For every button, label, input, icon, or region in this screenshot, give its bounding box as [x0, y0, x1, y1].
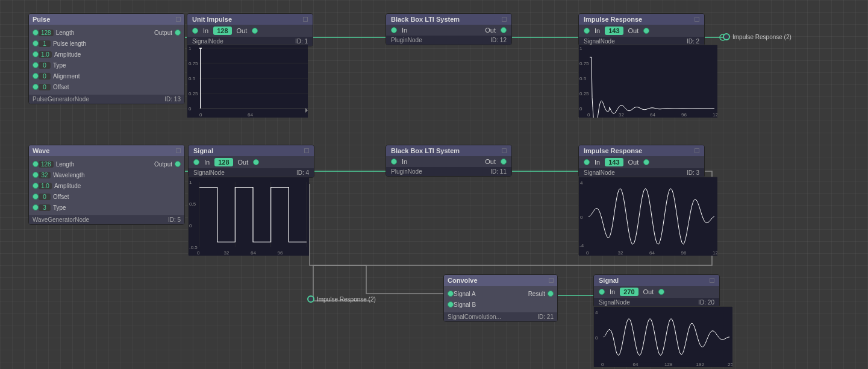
impulse-resp-2-out-label: Out: [628, 159, 639, 166]
impulse-resp-2-circle[interactable]: [723, 33, 730, 40]
wave-output-port[interactable]: [175, 161, 181, 167]
signal-4-footer: SignalNode ID: 4: [189, 168, 314, 177]
pulse-pulselength-value: 1: [39, 40, 51, 47]
pulse-gen-header: Pulse: [29, 14, 184, 25]
impulse-resp-2-header: Impulse Response: [579, 145, 704, 156]
convolve-signal-b-port[interactable]: [448, 301, 454, 308]
wave-gen-header: Wave: [29, 145, 184, 156]
impulse-resp-1-body: In 143 Out: [579, 25, 704, 37]
pulse-gen-type: PulseGeneratorNode: [33, 96, 89, 102]
unit-impulse-header: Unit Impulse: [187, 14, 313, 25]
pulse-type-port[interactable]: [33, 62, 39, 68]
impulse-resp-1-plot: [578, 45, 717, 117]
signal-4-title: Signal: [193, 147, 213, 154]
impulse-response-2-label: Impulse Response (2): [723, 33, 792, 40]
unit-impulse-out-port[interactable]: [252, 28, 258, 34]
wave-amplitude-label: Amplitude: [54, 183, 181, 189]
wave-offset-row: 0 Offset: [29, 191, 184, 202]
wave-gen-corner: [176, 148, 181, 153]
wave-gen-title: Wave: [33, 147, 49, 154]
signal-20-node: Signal In 270 Out SignalNode ID: 20: [593, 274, 720, 308]
convolve-result-label: Result: [528, 291, 545, 297]
pulse-pulselength-row: 1 Pulse length: [29, 38, 184, 49]
pulse-output-port[interactable]: [175, 30, 181, 36]
signal-20-plot: [593, 306, 732, 367]
impulse-resp-1-title: Impulse Response: [584, 16, 642, 23]
impulse-resp-1-canvas: [579, 45, 717, 118]
pulse-type-row: 0 Type: [29, 60, 184, 71]
wave-gen-id: ID: 5: [168, 216, 181, 223]
wave-gen-body: 128 Length Output 32 Wavelength 1.0 Ampl…: [29, 156, 184, 215]
pulse-pulselength-port[interactable]: [33, 40, 39, 46]
signal-20-value: 270: [620, 288, 638, 296]
unit-impulse-corner: [303, 17, 308, 22]
pulse-generator-node: Pulse 128 Length Output 1 Pulse length 1…: [28, 13, 185, 104]
wave-output-label: Output: [154, 161, 172, 168]
unit-impulse-plot: [187, 45, 307, 117]
black-box-2-in-label: In: [402, 158, 407, 165]
impulse-resp-input-circle[interactable]: [307, 295, 314, 303]
convolve-signal-a-port[interactable]: [448, 291, 454, 297]
signal-4-type: SignalNode: [193, 169, 225, 176]
black-box-1-out-port[interactable]: [501, 27, 507, 33]
pulse-length-in-port[interactable]: [33, 30, 39, 36]
signal-20-in-port[interactable]: [599, 289, 605, 295]
wave-amplitude-row: 1.0 Amplitude: [29, 180, 184, 191]
black-box-2-corner: [502, 148, 507, 153]
wave-type-row: 3 Type: [29, 202, 184, 213]
impulse-resp-2-in-port[interactable]: [584, 159, 590, 165]
pulse-amplitude-port[interactable]: [33, 51, 39, 57]
signal-4-in-port[interactable]: [193, 159, 199, 165]
pulse-amplitude-label: Amplitude: [54, 51, 181, 58]
wave-type-port[interactable]: [33, 204, 39, 210]
black-box-2-out-port[interactable]: [501, 159, 507, 165]
convolve-signal-a-row: Signal A Result: [444, 288, 557, 299]
pulse-alignment-port[interactable]: [33, 73, 39, 79]
impulse-resp-2-canvas: [579, 177, 717, 256]
signal-20-footer: SignalNode ID: 20: [594, 298, 719, 307]
impulse-resp-1-type: SignalNode: [584, 38, 615, 45]
impulse-resp-1-in-port[interactable]: [584, 28, 590, 34]
unit-impulse-type: SignalNode: [192, 38, 223, 45]
pulse-length-row: 128 Length Output: [29, 27, 184, 38]
impulse-resp-2-out-port[interactable]: [643, 159, 649, 165]
wave-offset-port[interactable]: [33, 194, 39, 200]
impulse-resp-2-footer: SignalNode ID: 3: [579, 168, 704, 177]
convolve-result-port[interactable]: [548, 291, 554, 297]
pulse-alignment-label: Alignment: [53, 73, 181, 80]
signal-4-corner: [304, 148, 309, 153]
impulse-resp-1-in-label: In: [595, 27, 600, 34]
impulse-resp-2-text: Impulse Response (2): [732, 34, 792, 40]
pulse-offset-port[interactable]: [33, 84, 39, 90]
signal-20-out-port[interactable]: [658, 289, 664, 295]
wave-wavelength-label: Wavelength: [53, 172, 181, 178]
wave-length-in-port[interactable]: [33, 161, 39, 167]
unit-impulse-body: In 128 Out: [187, 25, 313, 37]
wave-amplitude-port[interactable]: [33, 183, 39, 189]
pulse-offset-value: 0: [39, 84, 51, 90]
black-box-1-body: In Out: [386, 25, 511, 36]
black-box-2-type: PluginNode: [391, 168, 422, 175]
signal-4-out-port[interactable]: [253, 159, 259, 165]
signal-20-header: Signal: [594, 275, 719, 286]
wave-wavelength-port[interactable]: [33, 172, 39, 178]
convolve-node: Convolve Signal A Result Signal B Signal…: [443, 274, 558, 322]
impulse-resp-1-out-port[interactable]: [643, 28, 649, 34]
signal-4-id: ID: 4: [296, 169, 309, 176]
convolve-title: Convolve: [448, 277, 478, 284]
impulse-resp-1-value: 143: [605, 27, 623, 35]
signal-20-out-label: Out: [643, 288, 654, 295]
unit-impulse-in-port[interactable]: [192, 28, 198, 34]
black-box-2-in-port[interactable]: [391, 159, 397, 165]
wave-length-value: 128: [39, 161, 54, 168]
impulse-resp-2-body: In 143 Out: [579, 156, 704, 168]
impulse-resp-2-id: ID: 3: [687, 169, 699, 176]
signal-20-in-label: In: [610, 288, 615, 295]
unit-impulse-in-label: In: [203, 27, 208, 34]
signal-4-value: 128: [214, 158, 233, 166]
pulse-gen-title: Pulse: [33, 16, 50, 23]
impulse-resp-1-out-label: Out: [628, 27, 639, 34]
wave-offset-label: Offset: [53, 194, 181, 200]
black-box-1-in-port[interactable]: [391, 27, 397, 33]
pulse-pulselength-label: Pulse length: [53, 40, 181, 47]
